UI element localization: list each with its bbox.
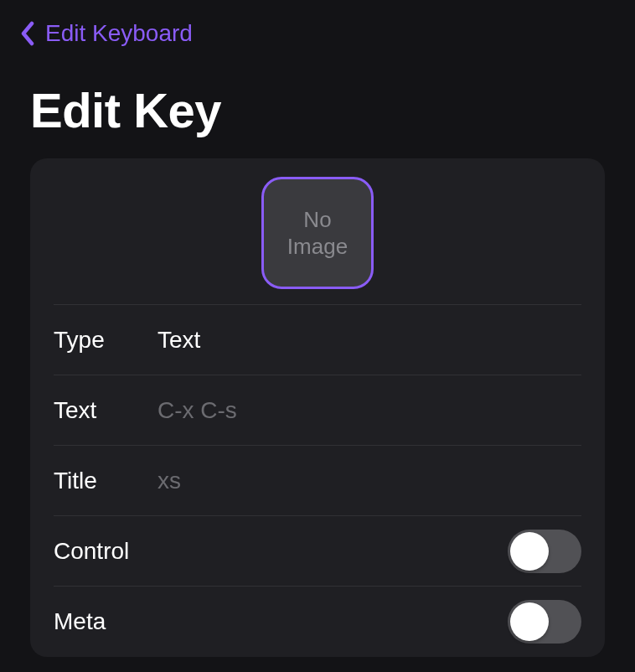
text-row[interactable]: Text C-x C-s bbox=[54, 375, 581, 446]
image-row: No Image bbox=[54, 158, 581, 305]
settings-card: No Image Type Text Text C-x C-s Title xs… bbox=[30, 158, 605, 657]
title-field[interactable]: xs bbox=[157, 468, 181, 494]
type-row[interactable]: Type Text bbox=[54, 305, 581, 375]
page-title: Edit Key bbox=[0, 57, 635, 158]
image-placeholder-text: No Image bbox=[287, 206, 348, 261]
type-label: Type bbox=[54, 327, 157, 354]
meta-row: Meta bbox=[54, 587, 581, 657]
toggle-knob bbox=[510, 532, 549, 571]
toggle-knob bbox=[510, 602, 549, 641]
type-value: Text bbox=[157, 327, 200, 354]
nav-back-label: Edit Keyboard bbox=[45, 20, 193, 47]
control-label: Control bbox=[54, 538, 129, 565]
meta-label: Meta bbox=[54, 608, 106, 635]
title-label: Title bbox=[54, 468, 157, 494]
meta-toggle[interactable] bbox=[508, 600, 581, 644]
nav-back-button[interactable]: Edit Keyboard bbox=[0, 0, 635, 57]
text-field[interactable]: C-x C-s bbox=[157, 397, 237, 424]
text-label: Text bbox=[54, 397, 157, 424]
key-image-picker[interactable]: No Image bbox=[261, 177, 374, 289]
control-toggle[interactable] bbox=[508, 530, 581, 573]
title-row[interactable]: Title xs bbox=[54, 446, 581, 516]
control-row: Control bbox=[54, 516, 581, 587]
chevron-left-icon bbox=[20, 21, 35, 46]
